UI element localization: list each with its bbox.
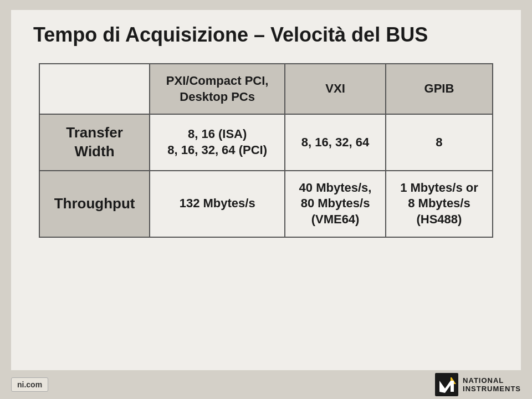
footer: ni.com NATIONAL INSTRUMENTS (0, 370, 532, 399)
col-header-gpib: GPIB (386, 64, 493, 114)
ni-national-text: NATIONAL (463, 376, 521, 385)
row-header-transfer: TransferWidth (39, 114, 150, 171)
transfer-vxi: 8, 16, 32, 64 (285, 114, 386, 171)
transfer-gpib: 8 (386, 114, 493, 171)
throughput-pxi: 132 Mbytes/s (150, 171, 285, 237)
row-header-throughput: Throughput (39, 171, 150, 237)
slide-title: Tempo di Acquisizione – Velocità del BUS (28, 23, 504, 47)
throughput-gpib: 1 Mbytes/s or8 Mbytes/s(HS488) (386, 171, 493, 237)
throughput-vxi: 40 Mbytes/s,80 Mbytes/s(VME64) (285, 171, 386, 237)
ni-logo-icon (435, 373, 458, 396)
col-header-vxi: VXI (285, 64, 386, 114)
ni-logo: NATIONAL INSTRUMENTS (435, 373, 521, 396)
col-header-pxi: PXI/Compact PCI,Desktop PCs (150, 64, 285, 114)
slide: Tempo di Acquisizione – Velocità del BUS… (11, 10, 521, 376)
table-wrapper: PXI/Compact PCI,Desktop PCs VXI GPIB Tra… (39, 63, 493, 238)
table-row: TransferWidth 8, 16 (ISA)8, 16, 32, 64 (… (39, 114, 493, 171)
transfer-pxi: 8, 16 (ISA)8, 16, 32, 64 (PCI) (150, 114, 285, 171)
comparison-table: PXI/Compact PCI,Desktop PCs VXI GPIB Tra… (39, 63, 493, 238)
svg-rect-0 (435, 373, 458, 396)
col-header-empty (39, 64, 150, 114)
ni-badge: ni.com (11, 377, 48, 392)
ni-logo-text: NATIONAL INSTRUMENTS (463, 376, 521, 393)
table-row: Throughput 132 Mbytes/s 40 Mbytes/s,80 M… (39, 171, 493, 237)
ni-instruments-text: INSTRUMENTS (463, 385, 521, 393)
